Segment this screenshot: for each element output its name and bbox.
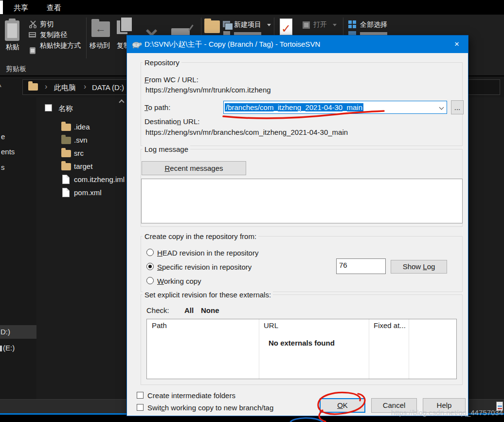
sort-ascending-icon xyxy=(119,99,124,105)
ribbon-separator xyxy=(86,18,87,58)
create-intermediate-folders-label: Create intermediate folders xyxy=(147,391,235,400)
file-row[interactable]: pom.xml xyxy=(36,186,126,199)
column-divider xyxy=(259,319,259,379)
clipped-row-fragment xyxy=(348,31,356,35)
destination-url-value: https://zheng/svn/mr/branches/com_itzhen… xyxy=(145,128,348,136)
file-name: src xyxy=(74,149,84,157)
revision-input[interactable]: 76 xyxy=(336,258,386,274)
open-label: 打开 xyxy=(313,20,327,29)
sidebar-item-drive-d[interactable]: D:) xyxy=(0,325,36,339)
copy-branch-tag-dialog: D:\SVN\小赵\主干 - Copy (Branch / Tag) - Tor… xyxy=(126,35,468,416)
dialog-title: D:\SVN\小赵\主干 - Copy (Branch / Tag) - Tor… xyxy=(144,40,320,49)
column-divider xyxy=(369,319,369,379)
copy-path-button[interactable]: 复制路径 xyxy=(0,15,504,20)
destination-url-label: Destination URL: xyxy=(144,117,199,126)
file-row[interactable]: .idea xyxy=(36,121,126,133)
paste-shortcut-icon xyxy=(30,47,36,54)
from-url-value: https://zheng/svn/mr/trunk/com.itzheng xyxy=(145,86,271,94)
breadcrumb-sep: › xyxy=(84,82,86,91)
log-message-textarea[interactable] xyxy=(141,179,463,223)
file-row[interactable]: .svn xyxy=(36,134,126,147)
file-name: target xyxy=(74,162,92,170)
drive-e-label: (E:) xyxy=(3,344,15,352)
url-column-header[interactable]: URL xyxy=(264,321,278,330)
clipped-row-fragment xyxy=(223,31,230,35)
file-row[interactable]: src xyxy=(36,147,126,160)
watermark-text: https://blog.csdn.net/qq_44757034 xyxy=(391,408,503,417)
check-label: Check: xyxy=(146,306,169,314)
file-name: com.itzheng.iml xyxy=(74,175,125,183)
repository-group-label: Repository xyxy=(143,58,181,67)
file-icon xyxy=(62,175,70,184)
up-button-fragment[interactable]: ^ xyxy=(0,83,4,88)
sidebar-item-fragment[interactable]: e xyxy=(1,132,5,141)
sidebar-item-fragment[interactable]: s xyxy=(1,163,5,171)
externals-table[interactable]: Path URL Fixed at... No externals found xyxy=(146,319,457,379)
create-intermediate-folders-checkbox[interactable] xyxy=(137,392,144,399)
dialog-titlebar[interactable]: D:\SVN\小赵\主干 - Copy (Branch / Tag) - Tor… xyxy=(127,36,468,53)
path-column-header[interactable]: Path xyxy=(152,321,167,330)
sidebar-item-fragment[interactable]: ents xyxy=(1,147,15,156)
paste-label: 粘贴 xyxy=(6,43,19,52)
fixed-at-column-header[interactable]: Fixed at... xyxy=(374,321,406,330)
browse-button[interactable]: ... xyxy=(451,100,464,114)
file-icon xyxy=(62,188,70,197)
file-name: .svn xyxy=(74,136,88,144)
to-path-value-selected: /branches/com_itzheng_2021-04-30_main xyxy=(225,103,363,111)
chevron-down-icon xyxy=(333,24,337,26)
menu-share[interactable]: 共享 xyxy=(14,3,28,13)
from-wc-url-label: From WC / URL: xyxy=(144,75,198,84)
screen: 共享 查看 粘贴 剪切 复制路径 粘贴快捷方式 xyxy=(0,0,504,422)
window-edge-fragment xyxy=(0,0,3,14)
cut-label: 剪切 xyxy=(40,20,54,29)
folder-icon-dim xyxy=(61,137,71,144)
drive-d-label: D:) xyxy=(0,328,10,336)
nav-sidebar: e ents s D:) (E:) xyxy=(0,97,36,399)
breadcrumb-this-pc[interactable]: 此电脑 xyxy=(54,83,76,92)
log-message-group-label: Log message xyxy=(143,145,190,153)
file-name: pom.xml xyxy=(74,188,102,197)
name-column-header[interactable]: 名称 xyxy=(58,104,73,113)
show-log-button[interactable]: Show Log xyxy=(391,260,447,274)
folder-icon xyxy=(61,163,71,170)
copy-path-label: 复制路径 xyxy=(40,31,67,39)
open-icon xyxy=(303,21,310,29)
to-path-label: To path: xyxy=(144,103,170,111)
specific-revision-radio[interactable] xyxy=(146,263,154,270)
select-all-icon xyxy=(348,20,356,28)
working-copy-radio[interactable] xyxy=(146,277,154,284)
explorer-menubar: 共享 查看 xyxy=(0,0,504,15)
no-externals-text: No externals found xyxy=(269,339,335,347)
sidebar-item-drive-e[interactable]: (E:) xyxy=(0,342,36,354)
copy-to-icon xyxy=(117,20,127,34)
file-name: .idea xyxy=(74,123,90,131)
properties-icon[interactable] xyxy=(280,18,292,35)
new-folder-icon[interactable] xyxy=(204,20,220,33)
scissors-icon xyxy=(29,20,37,28)
copy-path-icon xyxy=(29,32,36,37)
file-row[interactable]: target xyxy=(36,160,126,173)
copy-from-group-label: Create copy in the repository from: xyxy=(143,232,258,240)
head-revision-label: HEAD revision in the repository xyxy=(157,249,258,257)
tortoisesvn-icon xyxy=(131,39,142,49)
to-path-combobox[interactable]: /branches/com_itzheng_2021-04-30_main xyxy=(223,101,447,114)
menu-view[interactable]: 查看 xyxy=(47,3,61,13)
check-all-link[interactable]: All xyxy=(184,306,194,314)
select-all-label: 全部选择 xyxy=(360,20,387,29)
close-button[interactable]: × xyxy=(446,36,468,53)
working-copy-label: Working copy xyxy=(157,277,201,285)
recent-messages-button[interactable]: Recent messages xyxy=(142,161,246,175)
switch-working-copy-checkbox[interactable] xyxy=(137,404,144,411)
head-revision-radio[interactable] xyxy=(146,249,154,256)
chevron-down-icon xyxy=(439,105,444,110)
file-row[interactable]: com.itzheng.iml xyxy=(36,173,126,186)
breadcrumb-drive[interactable]: DATA (D:) xyxy=(92,83,124,92)
clipped-char-fragment xyxy=(0,346,2,351)
move-to-label: 移动到 xyxy=(90,41,110,50)
folder-icon xyxy=(28,83,38,91)
select-all-checkbox[interactable] xyxy=(45,104,52,111)
externals-group-label: Set explicit revision for these external… xyxy=(143,291,273,299)
check-none-link[interactable]: None xyxy=(201,306,219,314)
folder-icon xyxy=(61,124,71,131)
ok-button[interactable]: OK xyxy=(320,398,365,413)
